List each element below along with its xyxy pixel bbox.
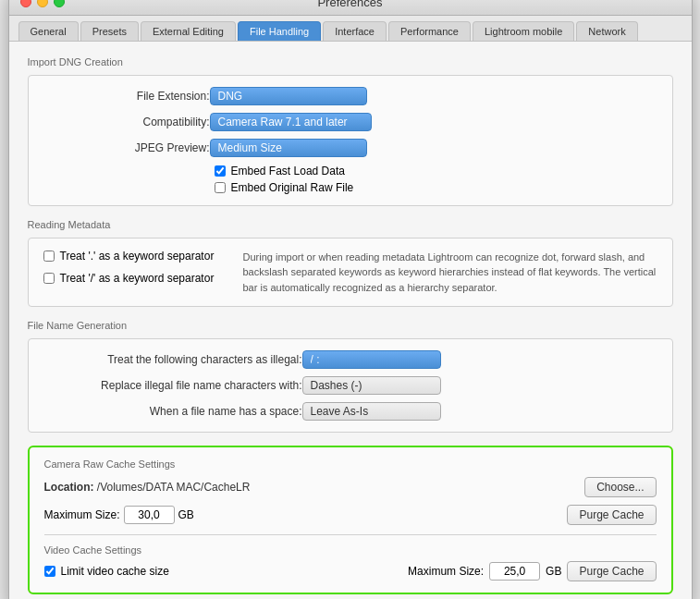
embed-fast-load-label: Embed Fast Load Data [231, 165, 345, 177]
tab-file-handling[interactable]: File Handling [238, 21, 321, 41]
tab-lightroom-mobile[interactable]: Lightroom mobile [473, 21, 574, 41]
highlighted-section: Camera Raw Cache Settings Location: /Vol… [28, 446, 673, 594]
reading-metadata-box: Treat '.' as a keyword separator Treat '… [28, 238, 673, 308]
jpeg-preview-select[interactable]: Medium Size [210, 139, 367, 157]
video-right: Maximum Size: GB Purge Cache [408, 561, 656, 581]
file-extension-select[interactable]: DNG [210, 87, 367, 105]
replace-chars-row: Replace illegal file name characters wit… [43, 376, 657, 395]
preferences-window: Preferences General Presets External Edi… [8, 0, 693, 599]
dot-separator-checkbox[interactable] [43, 251, 55, 262]
jpeg-preview-select-wrapper: Medium Size [210, 139, 367, 157]
replace-chars-select-wrapper: Dashes (-) [302, 376, 441, 395]
import-dng-box: File Extension: DNG Compatibility: Camer… [28, 75, 673, 206]
maximize-button[interactable] [54, 0, 65, 7]
tab-presets[interactable]: Presets [80, 21, 139, 41]
close-button[interactable] [20, 0, 31, 7]
main-content: Import DNG Creation File Extension: DNG … [9, 42, 692, 599]
limit-video-checkbox[interactable] [44, 566, 55, 577]
location-value: /Volumes/DATA MAC/CacheLR [97, 481, 251, 494]
tab-external-editing[interactable]: External Editing [141, 21, 236, 41]
dot-separator-label: Treat '.' as a keyword separator [60, 250, 215, 263]
file-name-box: Treat the following characters as illega… [28, 338, 673, 433]
camera-raw-title: Camera Raw Cache Settings [44, 458, 657, 470]
window-title: Preferences [317, 0, 382, 9]
video-left: Limit video cache size [44, 565, 169, 578]
location-row: Location: /Volumes/DATA MAC/CacheLR Choo… [44, 477, 657, 497]
dng-checkboxes: Embed Fast Load Data Embed Original Raw … [215, 165, 657, 194]
traffic-lights [20, 0, 65, 7]
space-select[interactable]: Leave As-Is [302, 402, 441, 421]
embed-fast-load-checkbox[interactable] [215, 165, 226, 177]
location-label-key: Location: [44, 481, 97, 494]
slash-separator-checkbox[interactable] [43, 273, 55, 284]
replace-chars-label: Replace illegal file name characters wit… [43, 379, 302, 392]
embed-original-raw-checkbox[interactable] [215, 182, 226, 193]
illegal-chars-select[interactable]: / : [302, 350, 441, 369]
dot-separator-row: Treat '.' as a keyword separator [43, 250, 228, 263]
reading-metadata-title: Reading Metadata [28, 219, 673, 230]
reading-metadata-checkboxes: Treat '.' as a keyword separator Treat '… [43, 250, 228, 296]
video-max-size-input[interactable] [489, 562, 540, 581]
replace-chars-select[interactable]: Dashes (-) [302, 376, 441, 395]
file-name-title: File Name Generation [28, 320, 673, 331]
slash-separator-label: Treat '/' as a keyword separator [60, 272, 215, 285]
jpeg-preview-row: JPEG Preview: Medium Size [43, 139, 657, 157]
location-label-text: Location: /Volumes/DATA MAC/CacheLR [44, 481, 251, 494]
titlebar: Preferences [9, 0, 692, 16]
tab-performance[interactable]: Performance [388, 21, 471, 41]
slash-separator-row: Treat '/' as a keyword separator [43, 272, 228, 285]
max-size-left: Maximum Size: GB [44, 506, 194, 524]
camera-raw-section: Camera Raw Cache Settings Location: /Vol… [44, 458, 657, 525]
space-select-wrapper: Leave As-Is [302, 402, 441, 421]
illegal-chars-row: Treat the following characters as illega… [43, 350, 657, 369]
limit-video-label: Limit video cache size [61, 565, 169, 578]
tab-general[interactable]: General [18, 21, 79, 41]
minimize-button[interactable] [37, 0, 48, 7]
video-purge-cache-button[interactable]: Purge Cache [567, 561, 656, 581]
embed-original-raw-row: Embed Original Raw File [215, 181, 657, 194]
import-dng-title: Import DNG Creation [28, 56, 673, 67]
compatibility-select-wrapper: Camera Raw 7.1 and later [210, 113, 372, 131]
video-max-size-label: Maximum Size: [408, 565, 484, 578]
tab-interface[interactable]: Interface [323, 21, 387, 41]
choose-button[interactable]: Choose... [584, 477, 656, 497]
max-size-row: Maximum Size: GB Purge Cache [44, 505, 657, 525]
divider [44, 534, 657, 535]
video-max-size-unit: GB [546, 565, 561, 578]
video-cache-row: Limit video cache size Maximum Size: GB … [44, 561, 657, 581]
reading-metadata-content: Treat '.' as a keyword separator Treat '… [43, 250, 657, 296]
file-extension-select-wrapper: DNG [210, 87, 367, 105]
space-label: When a file name has a space: [43, 405, 302, 418]
video-cache-title: Video Cache Settings [44, 544, 657, 556]
compatibility-row: Compatibility: Camera Raw 7.1 and later [43, 113, 657, 131]
file-name-section: File Name Generation Treat the following… [28, 320, 673, 433]
reading-metadata-section: Reading Metadata Treat '.' as a keyword … [28, 219, 673, 308]
reading-metadata-info: During import or when reading metadata L… [243, 250, 657, 296]
tabs-bar: General Presets External Editing File Ha… [9, 16, 692, 42]
import-dng-section: Import DNG Creation File Extension: DNG … [28, 56, 673, 206]
illegal-chars-select-wrapper: / : [302, 350, 441, 369]
file-extension-row: File Extension: DNG [43, 87, 657, 105]
space-row: When a file name has a space: Leave As-I… [43, 402, 657, 421]
embed-fast-load-row: Embed Fast Load Data [215, 165, 657, 177]
illegal-chars-label: Treat the following characters as illega… [43, 353, 302, 366]
purge-cache-button[interactable]: Purge Cache [567, 505, 656, 525]
jpeg-preview-label: JPEG Preview: [43, 141, 210, 154]
max-size-unit: GB [178, 508, 194, 521]
file-extension-label: File Extension: [43, 90, 210, 103]
embed-original-raw-label: Embed Original Raw File [231, 181, 354, 194]
compatibility-label: Compatibility: [43, 116, 210, 128]
tab-network[interactable]: Network [576, 21, 637, 41]
max-size-input[interactable] [124, 506, 175, 524]
max-size-label: Maximum Size: [44, 508, 120, 521]
compatibility-select[interactable]: Camera Raw 7.1 and later [210, 113, 372, 131]
video-cache-section: Video Cache Settings Limit video cache s… [44, 544, 657, 581]
